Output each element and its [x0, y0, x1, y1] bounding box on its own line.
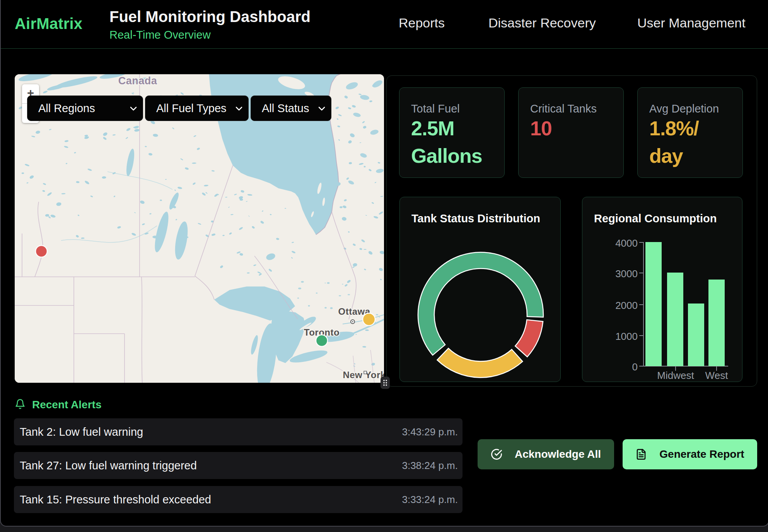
svg-text:0: 0	[632, 361, 638, 373]
svg-text:Canada: Canada	[118, 75, 157, 87]
svg-text:New York: New York	[343, 370, 384, 380]
svg-text:West: West	[705, 370, 729, 381]
svg-text:4000: 4000	[615, 237, 638, 249]
svg-text:Midwest: Midwest	[657, 370, 694, 381]
svg-text:3000: 3000	[615, 268, 638, 280]
svg-text:1000: 1000	[615, 331, 638, 342]
svg-text:2000: 2000	[615, 300, 638, 311]
